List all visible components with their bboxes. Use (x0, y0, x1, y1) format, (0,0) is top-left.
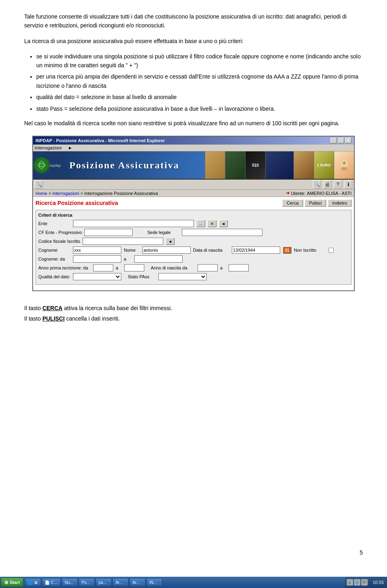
stato-label: Stato PAss (128, 274, 156, 279)
breadcrumb: Home > Interrogazioni > Interrogazione P… (35, 191, 158, 196)
cerca-button[interactable]: Cerca (282, 199, 303, 207)
toolbar-icon-1[interactable]: 🔍 (35, 180, 43, 188)
menu-bar: Interrogazioni ► (33, 145, 354, 151)
page-title-bar: Ricerca Posizione assicurativa Cerca Pul… (35, 199, 352, 207)
taskbar-item-browser2[interactable]: 📄 C:... (42, 578, 61, 587)
help-icon[interactable]: ? (334, 180, 342, 188)
cognome-input[interactable] (73, 246, 121, 254)
anno-prima-a-label: a (116, 265, 122, 270)
closing-paragraph: Nel caso le modalità di ricerca scelte n… (24, 119, 363, 128)
indietro-button[interactable]: Indietro (328, 199, 352, 207)
user-value: AMERIO ELISA - ASTI (307, 191, 352, 196)
cognome-a-label: a (124, 257, 132, 261)
taskbar-clock: 10.55 (369, 577, 387, 588)
window-controls: _ □ ✕ (331, 138, 352, 143)
cognome-label: Cognome (38, 248, 71, 253)
data-nascita-label: Data di nascita (193, 248, 229, 253)
anno-nascita-a-label: a (220, 265, 226, 270)
nome-input[interactable] (142, 246, 191, 254)
anno-prima-da-input[interactable] (93, 264, 113, 271)
main-content: Ricerca Posizione assicurativa Cerca Pul… (33, 197, 354, 290)
menu-arrow[interactable]: ► (68, 145, 73, 150)
close-button[interactable]: ✕ (345, 138, 352, 143)
inpdap-label: inpdap (50, 164, 60, 168)
taskbar-item-ar1[interactable]: Ar... (112, 578, 129, 587)
criteria-intro: La ricerca di una posizione assicurativa… (24, 37, 363, 46)
taskbar-item-ar2-label: Ar... (132, 580, 139, 585)
cf-arrow-button[interactable]: ◄ (166, 238, 175, 245)
cognome-da-input[interactable] (73, 255, 121, 263)
sede-legale-input[interactable] (182, 229, 262, 236)
tray-icon-2: 🌐 (354, 579, 360, 586)
logo-area: inpdap (33, 151, 61, 179)
app-header: inpdap Posizione Assicurativa 010 1 EURO (33, 151, 354, 180)
cognome-da-label: Cognome: da (38, 257, 71, 261)
taskbar-item-browser1[interactable]: 🌐 🖥 (25, 578, 41, 587)
ente-browse-button[interactable]: ... (196, 220, 205, 227)
qualita-label: Qualità del dato (38, 274, 71, 279)
anno-nascita-a-input[interactable] (229, 264, 249, 271)
taskbar-item-2-icon: 📄 (45, 580, 50, 585)
banner-img-2 (225, 151, 245, 179)
taskbar-item-nu[interactable]: Nu... (62, 578, 78, 587)
anno-nascita-da-input[interactable] (198, 264, 218, 271)
list-item: per una ricerca più ampia dei dipendenti… (36, 72, 363, 90)
breadcrumb-home[interactable]: Home (35, 191, 47, 196)
taskbar-item-po[interactable]: Po... (79, 578, 95, 587)
taskbar-item-pa-label: pa... (98, 580, 106, 585)
ente-row: Ente ... ✕ ◄ (38, 220, 349, 227)
data-nascita-input[interactable] (232, 246, 280, 254)
taskbar-item-in[interactable]: IN... (146, 578, 162, 587)
start-icon: ⊞ (4, 580, 8, 585)
banner-img-5 (293, 151, 314, 179)
svg-point-0 (37, 161, 46, 169)
breadcrumb-interrogazioni[interactable]: Interrogazioni (52, 191, 79, 196)
stato-select[interactable] (158, 273, 207, 280)
start-button[interactable]: ⊞ Start (1, 578, 23, 587)
inpdap-logo (33, 157, 50, 173)
browser-window: INPDAP - Posizione Assicurativa - Micros… (32, 136, 355, 291)
calendar-button[interactable]: 31 (283, 246, 291, 254)
sede-legale-label: Sede legale (147, 230, 179, 235)
info-icon[interactable]: ℹ (344, 180, 352, 188)
window-title: INPDAP - Posizione Assicurativa - Micros… (35, 138, 165, 143)
cerca-label: CERCA (42, 305, 62, 311)
page-title: Ricerca Posizione assicurativa (35, 200, 118, 206)
cognome-a-input[interactable] (134, 255, 183, 263)
anno-prima-a-input[interactable] (124, 264, 144, 271)
ente-input[interactable] (73, 220, 194, 227)
non-iscritto-checkbox[interactable] (329, 248, 334, 253)
breadcrumb-sep-1: > (48, 191, 52, 196)
taskbar-items: 🌐 🖥 📄 C:... Nu... Po... pa... Ar... Ar..… (23, 578, 345, 587)
menu-interrogazioni[interactable]: Interrogazioni (35, 145, 62, 150)
minimize-button[interactable]: _ (331, 138, 337, 143)
form-panel: Criteri di ricerca Ente ... ✕ ◄ CF Ente … (35, 210, 352, 285)
taskbar-item-pa[interactable]: pa... (96, 578, 112, 587)
pulisci-description: Il tasto PULISCI cancella i dati inserit… (24, 314, 363, 324)
banner-img-7 (334, 151, 354, 179)
banner-img-1 (205, 151, 225, 179)
anno-prima-label: Anno prima iscrizione: da (38, 265, 91, 270)
pulisci-button[interactable]: Pulisci (305, 199, 327, 207)
user-label: Utente: (291, 191, 305, 196)
codice-fiscale-input[interactable] (83, 238, 163, 245)
ente-arrow-button[interactable]: ◄ (219, 220, 228, 227)
qualita-select[interactable] (73, 273, 121, 280)
form-panel-title: Criteri di ricerca (38, 213, 349, 217)
list-item: stato Pass = selezione della posizione a… (36, 104, 363, 113)
list-item: qualità del dato = selezione in base al … (36, 93, 363, 101)
banner-img-6: 1 EURO (314, 151, 334, 179)
ente-clear-button[interactable]: ✕ (208, 220, 216, 227)
taskbar-item-ar2[interactable]: Ar... (129, 578, 146, 587)
print-icon[interactable]: 🖨 (323, 180, 331, 188)
search-icon[interactable]: 🔍 (313, 180, 321, 188)
cf-ente-input[interactable] (84, 229, 133, 236)
taskbar: ⊞ Start 🌐 🖥 📄 C:... Nu... Po... pa... Ar… (0, 577, 387, 588)
user-info: ➜ Utente: AMERIO ELISA - ASTI (286, 190, 352, 196)
intro-paragraph: Tale funzione consente di visualizzare t… (24, 12, 363, 30)
taskbar-item-ar1-label: Ar... (115, 580, 123, 585)
cerca-description: Il tasto CERCA attiva la ricerca sulla b… (24, 303, 363, 313)
non-iscritto-label: Non Iscritto (294, 248, 326, 253)
maximize-button[interactable]: □ (338, 138, 344, 143)
taskbar-item-icon: 🌐 (28, 580, 33, 585)
